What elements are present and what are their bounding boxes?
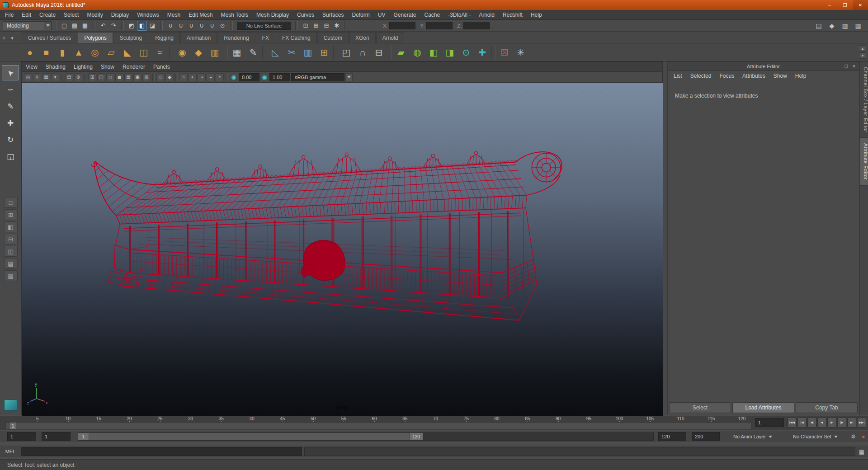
frame-selection-icon[interactable]: ◆	[165, 73, 174, 81]
safe-title-icon[interactable]: ▥	[142, 73, 151, 81]
camera-attributes-icon[interactable]: ▦	[42, 73, 50, 81]
save-scene-icon[interactable]: ▦	[80, 21, 90, 31]
menu-mesh-display[interactable]: Mesh Display	[252, 10, 293, 20]
channel-box-toggle-icon[interactable]: ▥	[840, 20, 850, 31]
poly-cone-icon[interactable]: ▲	[71, 44, 87, 61]
play-forwards-button[interactable]: ▶	[827, 418, 836, 428]
panel-menu-panels[interactable]: Panels	[149, 64, 174, 70]
poly-cylinder-icon[interactable]: ▮	[54, 44, 71, 61]
menu-windows[interactable]: Windows	[133, 10, 163, 20]
anim-preferences-icon[interactable]: ⚙	[849, 432, 858, 441]
create-polygon-icon[interactable]: ✎	[245, 44, 261, 61]
ae-menu-attributes[interactable]: Attributes	[738, 73, 769, 79]
panel-menu-show[interactable]: Show	[97, 64, 118, 70]
panel-menu-lighting[interactable]: Lighting	[70, 64, 97, 70]
lock-camera-icon[interactable]: ◊	[33, 73, 41, 81]
channel-box-layer-editor-tab[interactable]: Channel Box / Layer Editor	[860, 61, 868, 138]
persp-outliner-layout[interactable]: ◧	[4, 221, 18, 232]
ambient-occlusion-icon[interactable]: ◒	[207, 73, 215, 81]
menu-redshift[interactable]: Redshift	[499, 10, 527, 20]
make-object-live-icon[interactable]: ⊙	[217, 21, 227, 31]
menu-generate[interactable]: Generate	[389, 10, 420, 20]
range-end-handle[interactable]: 120	[409, 433, 423, 440]
lasso-tool[interactable]: ∽	[2, 82, 19, 97]
menu-mesh[interactable]: Mesh	[163, 10, 184, 20]
sphere-smooth-icon[interactable]: ◉	[174, 44, 190, 61]
ae-menu-list[interactable]: List	[670, 73, 686, 79]
menu-set-selector[interactable]: Modeling	[3, 21, 52, 30]
group-separator[interactable]	[344, 21, 347, 30]
select-component-icon[interactable]: ◪	[147, 21, 157, 31]
lighting-default-icon[interactable]: ◐	[189, 73, 197, 81]
2d-pan-zoom-icon[interactable]: ⊕	[74, 73, 82, 81]
frame-all-icon[interactable]: ◇	[156, 73, 165, 81]
shelf-tab-rigging[interactable]: Rigging	[149, 32, 180, 43]
gamma-field[interactable]: 1.00	[269, 73, 290, 81]
playback-start-field[interactable]: 1	[42, 432, 71, 441]
attribute-editor-header[interactable]: Attribute Editor ❐✕	[668, 62, 859, 71]
group-separator[interactable]	[121, 21, 124, 30]
maximize-button[interactable]: ❐	[837, 0, 853, 10]
image-plane-icon[interactable]: ▤	[65, 73, 73, 81]
animation-start-field[interactable]: 1	[7, 432, 36, 441]
panel-menu-shading[interactable]: Shading	[42, 64, 70, 70]
float-panel-icon[interactable]: ❐	[843, 63, 849, 70]
raise-panels-icon[interactable]: ▤	[813, 20, 824, 31]
menu-help[interactable]: Help	[527, 10, 546, 20]
copy-tab-button[interactable]: Copy Tab	[796, 402, 858, 413]
menu-create[interactable]: Create	[35, 10, 60, 20]
grid-icon[interactable]: ⊞	[88, 73, 96, 81]
resolution-gate-icon[interactable]: ◻	[106, 73, 114, 81]
shelf-tab-custom[interactable]: Custom	[317, 32, 349, 43]
maya-layout-thumbnail-icon[interactable]	[4, 400, 17, 411]
range-start-handle[interactable]: 1	[78, 433, 89, 440]
boolean-icon[interactable]: ⊟	[371, 44, 387, 61]
shelf-menu-icon[interactable]: ≡	[0, 33, 8, 43]
safe-action-icon[interactable]: ▣	[133, 73, 142, 81]
menu-edit-mesh[interactable]: Edit Mesh	[184, 10, 217, 20]
menu-deform[interactable]: Deform	[348, 10, 373, 20]
uv-grid-icon[interactable]: ▦	[229, 44, 245, 61]
poly-sphere-icon[interactable]: ●	[22, 44, 38, 61]
render-view-icon[interactable]: ⊡	[301, 21, 311, 31]
snap-projected-center-icon[interactable]: ∪	[197, 21, 207, 31]
panel-menu-view[interactable]: View	[22, 64, 42, 70]
make-live-icon[interactable]: ◍	[409, 44, 425, 61]
group-separator[interactable]	[160, 21, 163, 30]
hypershade-persp-layout[interactable]: ▤	[4, 258, 18, 269]
step-forward-frame-button[interactable]: ▶|	[847, 418, 856, 428]
poly-torus-icon[interactable]: ◎	[87, 44, 103, 61]
animation-end-field[interactable]: 200	[692, 432, 720, 441]
top-persp-layout[interactable]: ⊟	[4, 234, 18, 244]
panel-splitter[interactable]	[663, 61, 667, 415]
menu-cache[interactable]: Cache	[420, 10, 444, 20]
ipr-render-icon[interactable]: ⊟	[321, 21, 331, 31]
auto-key-icon[interactable]: ●	[859, 432, 868, 441]
exposure-field[interactable]: 0.00	[239, 73, 259, 81]
modeling-toolkit-icon[interactable]: ◆	[826, 20, 837, 31]
symmetrize-icon[interactable]: ◨	[442, 44, 458, 61]
command-line-mode-toggle[interactable]: MEL	[0, 449, 21, 454]
render-current-frame-icon[interactable]: ⊞	[311, 21, 321, 31]
lighting-all-icon[interactable]: ○	[179, 73, 188, 81]
ae-menu-show[interactable]: Show	[769, 73, 791, 79]
render-settings-icon[interactable]: ✱	[332, 21, 342, 31]
shelf-tab-fx[interactable]: FX	[256, 32, 275, 43]
attribute-editor-toggle-icon[interactable]: ▦	[853, 20, 863, 31]
shelf-tab-animation[interactable]: Animation	[180, 32, 217, 43]
step-forward-key-button[interactable]: |▶	[837, 418, 846, 428]
ae-menu-selected[interactable]: Selected	[686, 73, 716, 79]
perspective-viewport[interactable]: yxz persp	[22, 83, 663, 416]
poly-cube-icon[interactable]: ■	[38, 44, 54, 61]
snap-grid-icon[interactable]: ∪	[165, 21, 175, 31]
anim-layer-selector[interactable]: No Anim Layer	[731, 432, 788, 441]
node-network-icon[interactable]: ✳	[513, 44, 529, 61]
menu-display[interactable]: Display	[107, 10, 133, 20]
x-coord-input[interactable]	[389, 22, 415, 29]
move-tool[interactable]: ✚	[2, 115, 19, 131]
multi-cut-icon[interactable]: ✂	[283, 44, 300, 61]
bookmarks-icon[interactable]: ▾	[51, 73, 59, 81]
menu-edit[interactable]: Edit	[18, 10, 35, 20]
extrude-icon[interactable]: ⊞	[316, 44, 332, 61]
playback-range[interactable]: 1 120	[78, 433, 423, 440]
